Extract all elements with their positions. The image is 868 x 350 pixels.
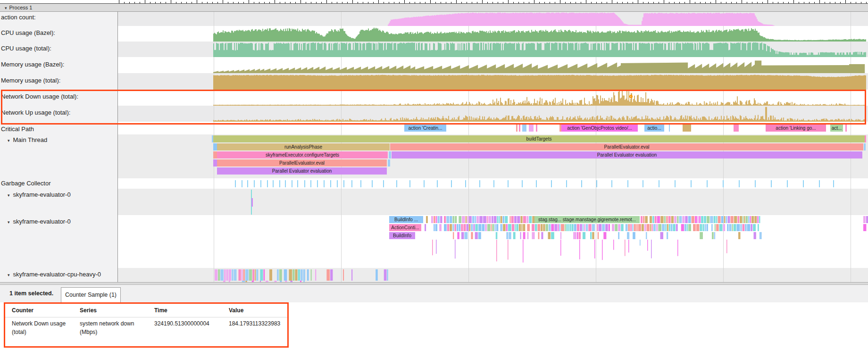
track-label-12[interactable]: ▾skyframe-evaluator-cpu-heavy-0: [8, 271, 101, 278]
slice[interactable]: [516, 125, 517, 132]
slice[interactable]: [669, 125, 670, 132]
ruler-tick: [150, 2, 150, 3]
slice-parallel-evaluator-evaluation[interactable]: Parallel Evaluator evaluation: [217, 167, 387, 175]
slice[interactable]: [213, 151, 217, 158]
ruler-tick: [560, 0, 560, 3]
ruler-tick: [793, 0, 794, 3]
ruler-tick: [819, 0, 820, 3]
slice-action-genobjcprotos-video-[interactable]: action 'GenObjcProtos video/...: [561, 125, 638, 132]
slice-parallelevaluator-eval[interactable]: ParallelEvaluator.eval: [217, 159, 387, 167]
ruler-tick: [430, 0, 431, 3]
ruler-tick: [160, 2, 161, 3]
ruler-tick: [420, 2, 420, 3]
ruler-tick: [524, 2, 524, 3]
slice[interactable]: [389, 151, 391, 158]
collapse-arrow-icon: ▾: [5, 6, 7, 10]
track-label-1[interactable]: CPU usage (Bazel):: [1, 29, 55, 36]
slice-buildinfo-[interactable]: BuildInfo ...: [389, 216, 423, 223]
slice-action-creatin-[interactable]: action 'Creatin...: [404, 125, 446, 132]
ruler-tick: [456, 0, 457, 3]
slice-parallel-evaluator-evaluation[interactable]: Parallel Evaluator evaluation: [392, 151, 862, 158]
track-label-7[interactable]: Critical Path: [1, 125, 34, 133]
ruler-tick: [342, 2, 342, 3]
ruler-tick: [773, 2, 773, 3]
counter-track-0[interactable]: [119, 12, 868, 26]
slice[interactable]: [522, 125, 526, 132]
tab-counter-sample[interactable]: Counter Sample (1): [61, 287, 121, 302]
track-label-2[interactable]: CPU usage (total):: [1, 45, 51, 52]
slice[interactable]: [213, 159, 217, 167]
slice-buildtargets[interactable]: buildTargets: [213, 135, 865, 142]
slice-actio-[interactable]: actio...: [644, 125, 664, 132]
slice-buildinfo[interactable]: BuildInfo: [389, 232, 415, 239]
slice-action-linking-go-[interactable]: action 'Linking go...: [766, 125, 826, 132]
ruler-tick: [576, 2, 576, 3]
ruler-tick: [295, 2, 296, 3]
ruler-tick: [586, 0, 586, 3]
ruler-tick: [845, 0, 846, 3]
counter-track-3[interactable]: [119, 57, 868, 73]
evaluator1-slice-overlay[interactable]: [251, 198, 253, 207]
slice[interactable]: [865, 135, 866, 142]
ruler-tick: [653, 2, 654, 3]
ruler-tick: [690, 0, 690, 3]
ruler-tick: [368, 2, 368, 3]
panel-resize-handle[interactable]: [0, 282, 868, 285]
timeline-ruler[interactable]: [0, 0, 868, 4]
track-label-11[interactable]: ▾skyframe-evaluator-0: [8, 218, 71, 225]
slice[interactable]: [529, 125, 534, 132]
slice-act-[interactable]: act...: [830, 125, 843, 132]
track-label-10[interactable]: ▾skyframe-evaluator-0: [8, 191, 71, 198]
ruler-tick: [840, 2, 841, 3]
ruler-tick: [363, 2, 363, 3]
slice[interactable]: [519, 125, 520, 132]
details-header: 1 item selected. Counter Sample (1): [0, 285, 868, 302]
ruler-tick: [373, 2, 374, 3]
ruler-tick: [461, 2, 462, 3]
slice[interactable]: [845, 125, 847, 132]
counter-track-2[interactable]: [119, 42, 868, 57]
track-label-9[interactable]: Garbage Collector: [1, 180, 51, 187]
ruler-tick: [570, 2, 571, 3]
annotation-highlight-box-0: [1, 90, 866, 125]
ruler-tick: [280, 2, 280, 3]
slice[interactable]: [536, 125, 537, 132]
ruler-tick: [747, 2, 747, 3]
ruler-tick: [861, 2, 861, 3]
ruler-tick: [228, 2, 228, 3]
gc-track[interactable]: [119, 178, 868, 189]
track-label-text: skyframe-evaluator-cpu-heavy-0: [13, 271, 101, 278]
slice[interactable]: [864, 143, 866, 150]
cpu-heavy-track[interactable]: [119, 268, 868, 282]
evaluator2-track[interactable]: [119, 215, 868, 268]
slice-skyframeexecutor-configuretargets[interactable]: skyframeExecutor.configureTargets: [217, 151, 388, 158]
track-label-4[interactable]: Memory usage (total):: [1, 77, 60, 84]
process-title: Process 1: [9, 5, 33, 10]
track-label-text: action count:: [1, 14, 36, 21]
counter-track-1[interactable]: [119, 26, 868, 42]
slice-actionconti-[interactable]: ActionConti...: [389, 224, 421, 231]
ruler-tick: [415, 2, 415, 3]
ruler-tick: [736, 2, 737, 3]
ruler-tick: [389, 2, 389, 3]
process-group-header[interactable]: ▾Process 1: [0, 4, 868, 12]
track-label-text: CPU usage (Bazel):: [1, 29, 55, 36]
slice[interactable]: [213, 143, 217, 150]
track-label-text: Garbage Collector: [1, 180, 51, 187]
slice-parallelevaluator-eval[interactable]: ParallelEvaluator.eval: [390, 143, 863, 150]
counter-track-4[interactable]: [119, 73, 868, 90]
track-label-0[interactable]: action count:: [1, 14, 36, 21]
ruler-tick: [518, 2, 519, 3]
slice-stag-stag-stage-manstage-gigremote-remot-[interactable]: stag.stag... stage.manstage.gigremote.re…: [534, 216, 640, 223]
track-label-3[interactable]: Memory usage (Bazel):: [1, 61, 64, 68]
slice[interactable]: [734, 125, 739, 132]
track-label-8[interactable]: ▾Main Thread: [8, 136, 47, 143]
ruler-tick: [212, 2, 213, 3]
ruler-tick: [622, 2, 623, 3]
ruler-tick: [181, 2, 182, 3]
ruler-tick: [617, 2, 618, 3]
slice[interactable]: [683, 125, 691, 132]
slice-runanalysisphase[interactable]: runAnalysisPhase: [217, 143, 390, 150]
track-row-10[interactable]: [118, 189, 868, 215]
slice[interactable]: [388, 159, 390, 167]
